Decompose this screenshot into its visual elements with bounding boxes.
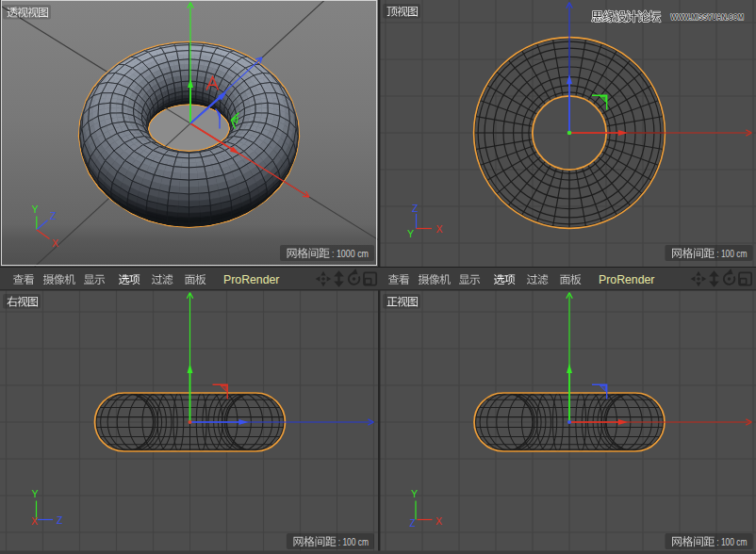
svg-text:Y: Y [407,228,414,239]
svg-text:: 100 cm: : 100 cm [715,536,748,547]
svg-text:Z: Z [412,203,419,214]
svg-text:X: X [436,223,443,235]
svg-text:Y: Y [411,488,418,499]
svg-text:: 100 cm: : 100 cm [336,536,369,547]
svg-text:Z: Z [57,514,63,526]
svg-text:X: X [436,515,442,527]
svg-text:Z: Z [410,518,416,529]
svg-text:ProRender: ProRender [599,273,654,286]
svg-text:: 1000 cm: : 1000 cm [330,248,370,259]
svg-text:Z: Z [50,210,57,221]
svg-text:X: X [52,237,58,249]
svg-text:: 100 cm: : 100 cm [715,248,748,259]
svg-text:ProRender: ProRender [223,273,279,286]
svg-text:WWW.MISSYUAN.COM: WWW.MISSYUAN.COM [671,12,745,22]
svg-text:Y: Y [32,204,39,215]
svg-text:X: X [31,515,38,527]
svg-text:Y: Y [32,488,39,499]
